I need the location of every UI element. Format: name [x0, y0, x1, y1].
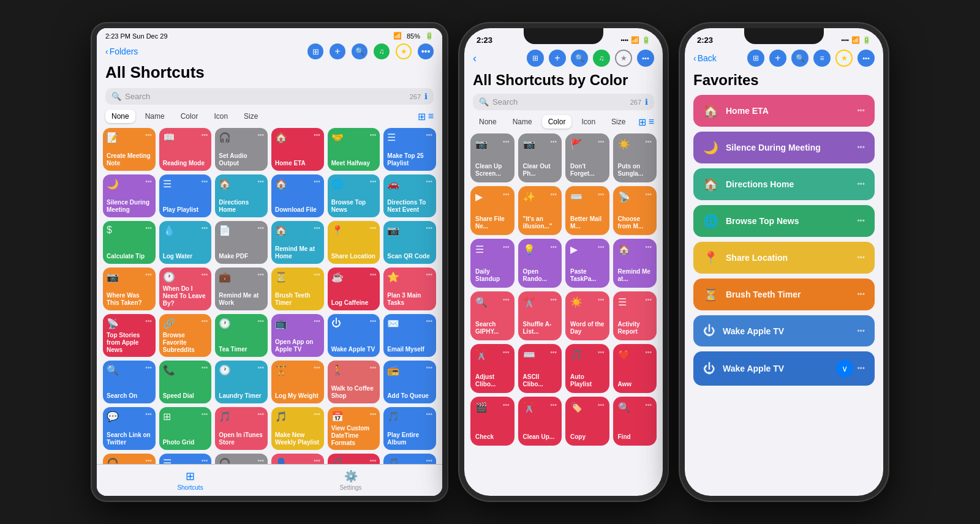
shortcut-cell[interactable]: 📖 ••• Reading Mode: [159, 128, 212, 171]
favorite-more-icon[interactable]: •••: [857, 253, 865, 262]
shortcut-cell[interactable]: ✉️ ••• Email Myself: [383, 314, 436, 357]
favorite-item[interactable]: 🌙 Silence During Meeting •••: [693, 132, 875, 163]
iphone-shortcut-cell[interactable]: 🔍 ••• Find: [613, 397, 657, 446]
color-filter-none[interactable]: None: [473, 115, 503, 129]
iphone-shortcut-cell[interactable]: ▶ ••• Share File Ne...: [470, 186, 514, 235]
iphone-color-search[interactable]: 🔍 Search 267 ℹ: [473, 94, 654, 110]
iphone-shortcut-cell[interactable]: ☀️ ••• Word of the Day: [565, 291, 609, 340]
iphone-shortcut-cell[interactable]: 💡 ••• Open Rando...: [518, 239, 562, 288]
iphone-back-chevron[interactable]: ‹: [473, 52, 477, 65]
iphone-shortcut-cell[interactable]: ☀️ ••• Puts on Sungla...: [613, 133, 657, 182]
shortcut-cell[interactable]: 🤝 ••• Meet Halfway: [328, 128, 380, 171]
shortcut-cell[interactable]: 🎧 ••• Play an Album: [215, 454, 268, 464]
folders-back-button[interactable]: ‹ Folders: [105, 47, 138, 56]
fav-star-btn[interactable]: ★: [835, 50, 853, 67]
shortcut-cell[interactable]: 🕐 ••• Tea Timer: [215, 314, 268, 357]
iphone-shortcut-cell[interactable]: 📡 ••• Choose from M...: [613, 186, 657, 235]
star-icon-btn[interactable]: ★: [396, 43, 412, 59]
shortcut-cell[interactable]: 🔍 ••• Search On: [103, 361, 156, 403]
shortcut-cell[interactable]: ⊞ ••• Photo Grid: [159, 407, 212, 450]
shortcut-cell[interactable]: 🎵 ••• Play One and Shuffle: [328, 454, 380, 464]
filter-icon[interactable]: Icon: [208, 110, 234, 123]
color-filter-color[interactable]: Color: [542, 115, 572, 129]
shortcut-cell[interactable]: 📄 ••• Make PDF: [215, 221, 268, 264]
search-icon-btn[interactable]: 🔍: [352, 43, 368, 59]
shortcut-cell[interactable]: 🏠 ••• Directions Home: [215, 174, 268, 217]
shortcut-cell[interactable]: 🚗 ••• Directions To Next Event: [383, 174, 436, 217]
iphone-shortcut-cell[interactable]: ✂️ ••• Shuffle A-List...: [518, 291, 562, 340]
more-btn[interactable]: •••: [637, 50, 654, 67]
shortcut-cell[interactable]: 🎵 ••• Make New Weekly Playlist: [271, 407, 324, 450]
fav-add-btn[interactable]: +: [769, 50, 786, 67]
favorite-item-wake-appletv[interactable]: ⏻ Wake Apple TV ∨ •••: [693, 351, 875, 386]
color-filter-icon[interactable]: Icon: [575, 115, 601, 129]
fav-layers-btn[interactable]: ⊞: [747, 50, 764, 67]
shortcut-cell[interactable]: ⏻ ••• Wake Apple TV: [328, 314, 380, 357]
star-btn[interactable]: ★: [615, 50, 632, 67]
iphone-shortcut-cell[interactable]: 📷 ••• Clear Out Ph...: [518, 133, 562, 182]
shortcut-cell[interactable]: ☰ ••• Play Playlist: [159, 174, 212, 217]
iphone-shortcut-cell[interactable]: ❤️ ••• Aww: [613, 344, 657, 393]
shortcut-cell[interactable]: 📞 ••• Speed Dial: [159, 361, 212, 403]
wake-dots[interactable]: •••: [857, 364, 865, 373]
filter-color[interactable]: Color: [175, 110, 205, 123]
add-icon-btn[interactable]: +: [330, 43, 345, 59]
iphone-shortcut-cell[interactable]: 🔍 ••• Search GIPHY...: [470, 291, 514, 340]
iphone-shortcut-cell[interactable]: 🏠 ••• Remind Me at...: [613, 239, 657, 288]
add-btn[interactable]: +: [549, 50, 566, 67]
favorite-more-icon[interactable]: •••: [857, 327, 865, 335]
shortcut-cell[interactable]: 📅 ••• View Custom DateTime Formats: [328, 407, 380, 450]
favorite-item[interactable]: 📍 Share Location •••: [693, 242, 875, 274]
shortcut-cell[interactable]: 🕐 ••• When Do I Need To Leave By?: [159, 268, 212, 310]
iphone-shortcut-cell[interactable]: ⌨️ ••• ASCII Clibo...: [518, 344, 562, 393]
tab-shortcuts[interactable]: ⊞ Shortcuts: [177, 470, 203, 491]
color-list-icon[interactable]: ≡: [649, 116, 654, 127]
favorite-item[interactable]: ⏳ Brush Teeth Timer •••: [693, 279, 875, 310]
iphone-shortcut-cell[interactable]: ☰ ••• Daily Standup: [470, 239, 514, 288]
shortcut-cell[interactable]: 💬 ••• Search Link on Twitter: [103, 407, 156, 450]
shortcut-cell[interactable]: 📻 ••• Add To Queue: [383, 361, 436, 403]
shortcut-cell[interactable]: $ ••• Calculate Tip: [103, 221, 156, 264]
favorite-more-icon[interactable]: •••: [857, 180, 865, 189]
shortcut-cell[interactable]: 📡 ••• Top Stories from Apple News: [103, 314, 156, 357]
shortcut-cell[interactable]: ⭐ ••• Plan 3 Main Tasks: [383, 268, 436, 310]
shortcut-cell[interactable]: 🏋️ ••• Log My Weight: [271, 361, 324, 403]
favorite-more-icon[interactable]: •••: [857, 143, 865, 152]
iphone-shortcut-cell[interactable]: ▶ ••• Paste TaskPa...: [565, 239, 609, 288]
shortcut-cell[interactable]: 🔗 ••• Browse Favorite Subreddits: [159, 314, 212, 357]
fav-back-button[interactable]: ‹ Back: [693, 53, 717, 63]
filter-name[interactable]: Name: [139, 110, 171, 123]
spotify-icon-btn[interactable]: ♫: [374, 43, 390, 59]
shortcut-cell[interactable]: 🌙 ••• Silence During Meeting: [103, 174, 156, 217]
iphone-shortcut-cell[interactable]: 🎬 ••• Check: [470, 397, 514, 446]
filter-size[interactable]: Size: [238, 110, 264, 123]
shortcut-cell[interactable]: 💼 ••• Remind Me at Work: [215, 268, 268, 310]
shortcut-cell[interactable]: 🎧 ••• Set Audio Output: [215, 128, 268, 171]
iphone-shortcut-cell[interactable]: 🏷️ ••• Copy: [565, 397, 609, 446]
filter-none[interactable]: None: [105, 110, 135, 123]
favorite-more-icon[interactable]: •••: [857, 107, 865, 115]
tab-settings[interactable]: ⚙️ Settings: [339, 470, 361, 491]
fav-search-btn[interactable]: 🔍: [791, 50, 809, 67]
iphone-shortcut-cell[interactable]: ✨ ••• "It's an illusion...": [518, 186, 562, 235]
iphone-shortcut-cell[interactable]: ☰ ••• Activity Report: [613, 291, 657, 340]
shortcut-cell[interactable]: 👤 ••• Play an Artist: [271, 454, 324, 464]
shortcut-cell[interactable]: 🕐 ••• Laundry Timer: [215, 361, 268, 403]
list-view-icon[interactable]: ≡: [428, 111, 434, 122]
shortcut-cell[interactable]: ☰ ••• Duplicate Playlist: [159, 454, 212, 464]
chevron-down-btn[interactable]: ∨: [836, 360, 853, 377]
shortcut-cell[interactable]: 📝 ••• Create Meeting Note: [103, 128, 156, 171]
shortcut-cell[interactable]: 📍 ••• Share Location: [328, 221, 380, 264]
iphone-shortcut-cell[interactable]: ⌨️ ••• Better Mail M...: [565, 186, 609, 235]
shortcut-cell[interactable]: 🏠 ••• Download File: [271, 174, 324, 217]
iphone-shortcut-cell[interactable]: ✂️ ••• Clean Up...: [518, 397, 562, 446]
fav-align-btn[interactable]: ≡: [813, 50, 831, 67]
shortcut-cell[interactable]: 📷 ••• Scan QR Code: [383, 221, 436, 264]
shortcut-cell[interactable]: 🎵 ••• Add to a Playlist: [383, 454, 436, 464]
shortcut-cell[interactable]: ☰ ••• Make Top 25 Playlist: [383, 128, 436, 171]
iphone-shortcut-cell[interactable]: 🎵 ••• Auto Playlist: [565, 344, 609, 393]
iphone-shortcut-cell[interactable]: ✂️ ••• Adjust Clibo...: [470, 344, 514, 393]
shortcut-cell[interactable]: 🎧 ••• Add More from Artist: [103, 454, 156, 464]
color-filter-name[interactable]: Name: [507, 115, 538, 129]
layers-icon-btn[interactable]: ⊞: [307, 43, 323, 59]
